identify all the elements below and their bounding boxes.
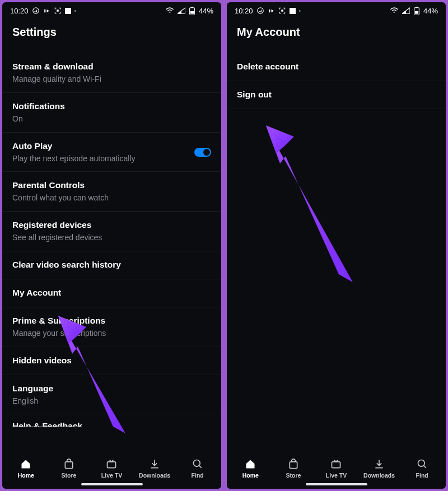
nav-label: Find bbox=[192, 472, 204, 479]
whatsapp-icon bbox=[256, 7, 264, 15]
row-delete-account[interactable]: Delete account bbox=[227, 53, 446, 81]
bottom-nav: Home Store Live TV Downloads Find bbox=[227, 453, 446, 481]
signal-icon bbox=[178, 7, 185, 14]
home-icon bbox=[20, 458, 31, 470]
nav-label: Find bbox=[416, 472, 428, 479]
home-indicator[interactable] bbox=[306, 483, 367, 485]
home-indicator[interactable] bbox=[81, 483, 143, 485]
row-title: Delete account bbox=[237, 61, 436, 73]
download-icon bbox=[149, 458, 160, 470]
svg-rect-2 bbox=[57, 10, 59, 12]
screenshot-icon bbox=[54, 7, 62, 15]
row-hidden-videos[interactable]: Hidden videos bbox=[2, 347, 221, 375]
status-time: 10:20 bbox=[235, 7, 253, 15]
svg-rect-16 bbox=[415, 11, 418, 14]
row-title: Hidden videos bbox=[12, 355, 211, 367]
svg-rect-15 bbox=[416, 7, 418, 8]
svg-rect-3 bbox=[65, 8, 71, 14]
search-icon bbox=[192, 458, 203, 470]
auto-play-toggle[interactable] bbox=[194, 148, 211, 157]
nav-label: Downloads bbox=[139, 472, 170, 479]
row-title: Sign out bbox=[237, 89, 436, 101]
status-time: 10:20 bbox=[10, 7, 29, 15]
row-sub: English bbox=[12, 396, 211, 406]
svg-rect-17 bbox=[290, 462, 297, 469]
svg-rect-7 bbox=[65, 462, 72, 469]
nav-label: Home bbox=[18, 472, 34, 479]
svg-rect-8 bbox=[108, 462, 116, 468]
nav-downloads[interactable]: Downloads bbox=[138, 458, 171, 479]
row-auto-play[interactable]: Auto Play Play the next episode automati… bbox=[2, 133, 221, 172]
row-registered-devices[interactable]: Registered devices See all registered de… bbox=[2, 212, 221, 251]
nav-live-tv[interactable]: Live TV bbox=[319, 458, 353, 479]
row-notifications[interactable]: Notifications On bbox=[2, 93, 221, 133]
row-my-account[interactable]: My Account bbox=[2, 279, 221, 307]
status-bar: 10:20 • 44% bbox=[2, 2, 221, 18]
row-title: Stream & download bbox=[12, 61, 211, 73]
svg-rect-1 bbox=[44, 9, 45, 12]
svg-point-10 bbox=[257, 8, 263, 14]
signal-icon bbox=[402, 7, 410, 14]
nav-label: Home bbox=[242, 472, 259, 479]
row-sub: Manage quality and Wi-Fi bbox=[12, 74, 211, 85]
account-list: Delete account Sign out bbox=[227, 50, 446, 453]
status-battery-pct: 44% bbox=[423, 7, 438, 15]
nav-label: Live TV bbox=[326, 472, 347, 479]
row-title: Prime & Subscriptions bbox=[12, 315, 211, 327]
bag-icon bbox=[288, 458, 299, 470]
tv-icon bbox=[330, 458, 342, 470]
nav-find[interactable]: Find bbox=[405, 458, 439, 479]
svg-rect-18 bbox=[332, 462, 340, 468]
media-icon bbox=[43, 7, 50, 15]
whatsapp-icon bbox=[32, 7, 40, 15]
row-title: Registered devices bbox=[12, 219, 211, 231]
screenshot-icon bbox=[278, 7, 286, 15]
row-sub: Manage your subscriptions bbox=[12, 328, 211, 339]
row-parental-controls[interactable]: Parental Controls Control what you can w… bbox=[2, 172, 221, 212]
search-icon bbox=[417, 458, 428, 470]
row-prime-subscriptions[interactable]: Prime & Subscriptions Manage your subscr… bbox=[2, 307, 221, 347]
row-language[interactable]: Language English bbox=[2, 375, 221, 415]
row-title: Auto Play bbox=[12, 141, 194, 152]
tv-icon bbox=[106, 458, 117, 470]
status-bar: 10:20 • 44% bbox=[227, 2, 446, 18]
row-sub: On bbox=[12, 114, 211, 124]
svg-rect-13 bbox=[290, 8, 296, 14]
svg-rect-6 bbox=[190, 11, 194, 14]
phone-left: 10:20 • 44% bbox=[2, 2, 221, 489]
media-icon bbox=[268, 7, 275, 15]
nav-store[interactable]: Store bbox=[277, 458, 310, 479]
battery-icon bbox=[413, 7, 420, 15]
nav-store[interactable]: Store bbox=[52, 458, 86, 479]
row-sign-out[interactable]: Sign out bbox=[227, 81, 446, 109]
row-help-feedback[interactable]: Help & Feedback bbox=[2, 414, 221, 427]
row-title: Language bbox=[12, 383, 211, 395]
svg-point-19 bbox=[418, 460, 424, 467]
nav-label: Store bbox=[61, 472, 76, 479]
row-sub: Control what you can watch bbox=[12, 193, 211, 203]
square-icon bbox=[290, 8, 296, 14]
row-stream-download[interactable]: Stream & download Manage quality and Wi-… bbox=[2, 53, 221, 93]
square-icon bbox=[65, 8, 71, 14]
nav-live-tv[interactable]: Live TV bbox=[95, 458, 128, 479]
nav-find[interactable]: Find bbox=[181, 458, 214, 479]
svg-point-0 bbox=[32, 8, 39, 14]
row-title: Parental Controls bbox=[12, 180, 211, 191]
bottom-nav: Home Store Live TV Downloads Find bbox=[2, 453, 221, 481]
row-title: Notifications bbox=[12, 101, 211, 113]
page-title: Settings bbox=[2, 18, 221, 50]
wifi-icon bbox=[390, 7, 399, 14]
dot-icon: • bbox=[299, 8, 301, 14]
svg-rect-11 bbox=[269, 9, 270, 12]
status-battery-pct: 44% bbox=[199, 7, 213, 15]
battery-icon bbox=[189, 7, 195, 15]
nav-downloads[interactable]: Downloads bbox=[362, 458, 396, 479]
download-icon bbox=[374, 458, 385, 470]
svg-rect-12 bbox=[281, 10, 283, 12]
phone-right: 10:20 • 44% My Account Delete account Si… bbox=[227, 2, 446, 489]
nav-home[interactable]: Home bbox=[9, 458, 43, 479]
nav-home[interactable]: Home bbox=[234, 458, 267, 479]
row-clear-history[interactable]: Clear video search history bbox=[2, 251, 221, 279]
settings-list: Stream & download Manage quality and Wi-… bbox=[2, 50, 221, 453]
row-sub: See all registered devices bbox=[12, 232, 211, 243]
